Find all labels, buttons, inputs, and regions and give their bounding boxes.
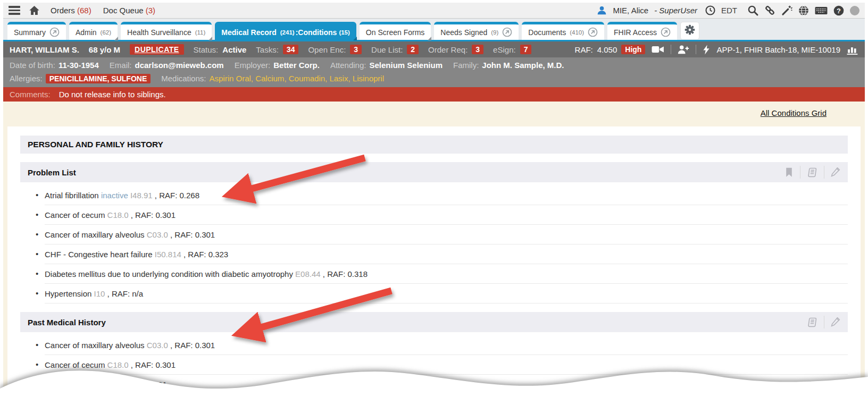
tab-on-screen-forms[interactable]: On Screen Forms	[360, 22, 431, 40]
stat-open-enc: Open Enc: 3	[308, 45, 362, 54]
past-medical-item: I25.2 , RAF: 0.221	[45, 375, 848, 394]
stat-due-list: Due List: 2	[371, 45, 419, 54]
employer-field: Employer:Better Corp.	[235, 61, 320, 70]
top-bar: Orders (68) Doc Queue (3) MIE, Alice - S…	[3, 3, 865, 19]
medication-link[interactable]: Lisinopril	[353, 74, 384, 83]
past-medical-item: Cancer of maxillary alveolus C03.0 , RAF…	[45, 335, 848, 355]
tab-summary[interactable]: Summary	[7, 22, 66, 40]
keyboard-icon[interactable]	[815, 6, 828, 15]
duplicate-badge[interactable]: DUPLICATE	[130, 44, 184, 55]
tab-admin[interactable]: Admin (62)	[69, 22, 118, 40]
tab-medical-record-conditions[interactable]: Medical Record (241):Conditions (15)	[215, 22, 356, 40]
presence-indicator[interactable]	[850, 6, 859, 15]
medication-link[interactable]: Aspirin Oral	[209, 74, 251, 83]
problem-item: Hypertension I10 , RAF: n/a	[45, 284, 848, 303]
all-conditions-grid-link[interactable]: All Conditions Grid	[761, 108, 827, 117]
open-new-window-icon[interactable]	[661, 27, 671, 37]
tasks-count-badge[interactable]: 34	[283, 45, 299, 54]
due-list-count-badge[interactable]: 2	[407, 45, 419, 54]
open-enc-count-badge[interactable]: 3	[350, 45, 362, 54]
family-field: Family:John M. Sample, M.D.	[453, 61, 564, 70]
esign-count-badge[interactable]: 7	[520, 45, 532, 54]
search-icon[interactable]	[747, 5, 758, 16]
medication-link[interactable]: Lasix	[329, 74, 348, 83]
medication-link[interactable]: Coumadin	[289, 74, 325, 83]
patient-banner: HART, WILLIAM S. 68 y/o M DUPLICATE Stat…	[3, 41, 865, 57]
edit-pencil-icon[interactable]	[831, 317, 840, 327]
medications-field: Medications: Aspirin Oral, Calcium, Coum…	[161, 74, 384, 83]
patient-status: Status: Active	[194, 45, 247, 54]
patient-banner-right: RAF: 4.050 High APP-1, FHIR Batch-18, MI…	[575, 45, 858, 55]
comments-text: Do not release info to siblings.	[59, 90, 166, 99]
tab-needs-signed[interactable]: Needs Signed (9)	[434, 22, 519, 40]
problem-item: Cancer of cecum C18.0 , RAF: 0.301	[45, 205, 848, 225]
home-icon[interactable]	[29, 5, 40, 15]
app-window: Orders (68) Doc Queue (3) MIE, Alice - S…	[0, 0, 868, 405]
top-nav: Orders (68) Doc Queue (3)	[51, 6, 155, 15]
tab-bar: Summary Admin (62) Health Surveillance (…	[3, 19, 865, 41]
section-problem-list: Problem List	[20, 162, 848, 182]
problem-item: Diabetes mellitus due to underlying cond…	[45, 264, 848, 284]
main-content: All Conditions Grid PERSONAL AND FAMILY …	[3, 102, 865, 402]
past-medical-item: Cancer of cecum C18.0 , RAF: 0.301	[45, 355, 848, 375]
allergies-badge[interactable]: PENICILLAMINE, SULFONE	[46, 74, 151, 83]
past-medical-list: Cancer of maxillary alveolus C03.0 , RAF…	[20, 335, 848, 394]
top-bar-right: MIE, Alice - SuperUser EDT	[597, 5, 859, 16]
raf-level-badge: High	[621, 45, 645, 54]
patient-age-sex: 68 y/o M	[89, 45, 120, 54]
section-past-medical-history: Past Medical History	[20, 312, 848, 332]
timezone-label: EDT	[721, 6, 737, 15]
stat-tasks: Tasks: 34	[256, 45, 298, 54]
open-new-window-icon[interactable]	[49, 27, 60, 37]
dob-field: Date of birth:11-30-1954	[10, 61, 99, 70]
journal-icon[interactable]	[807, 317, 817, 327]
user-avatar-icon[interactable]	[597, 5, 607, 15]
add-user-icon[interactable]	[678, 45, 689, 54]
user-role: - SuperUser	[654, 6, 697, 15]
problem-item: Atrial fibrillation inactive I48.91 , RA…	[45, 185, 848, 205]
link-icon[interactable]	[764, 5, 775, 16]
problem-item: Cancer of maxillary alveolus C03.0 , RAF…	[45, 225, 848, 244]
nav-doc-queue[interactable]: Doc Queue (3)	[103, 6, 155, 15]
doc-queue-count: (3)	[146, 6, 155, 15]
gears-icon	[685, 24, 695, 37]
comments-bar: Comments: Do not release info to sibling…	[3, 87, 865, 102]
open-new-window-icon[interactable]	[502, 27, 512, 37]
globe-icon[interactable]	[798, 5, 809, 16]
conditions-card: PERSONAL AND FAMILY HISTORY Problem List…	[7, 126, 861, 405]
patient-demographics: Date of birth:11-30-1954 Email:dcarlson@…	[3, 57, 865, 87]
wand-icon[interactable]	[781, 5, 792, 16]
tab-settings-button[interactable]	[680, 22, 699, 40]
stat-order-req: Order Req: 3	[428, 45, 483, 54]
medication-link[interactable]: Calcium	[255, 74, 284, 83]
app-context-label: APP-1, FHIR Batch-18, MIE-10019	[716, 45, 840, 54]
orders-count: (68)	[77, 6, 91, 15]
stat-esign: eSign: 7	[493, 45, 531, 54]
edit-pencil-icon[interactable]	[831, 167, 840, 177]
order-req-count-badge[interactable]: 3	[472, 45, 483, 54]
attending-field: Attending:Selenium Selenium	[330, 61, 443, 70]
problem-item: CHF - Congestive heart failure I50.814 ,…	[45, 244, 848, 264]
patient-name[interactable]: HART, WILLIAM S.	[10, 45, 79, 54]
video-camera-icon[interactable]	[652, 45, 664, 54]
clock-icon[interactable]	[705, 5, 715, 15]
user-name[interactable]: MIE, Alice	[613, 6, 648, 15]
condition-status-link[interactable]: inactive	[101, 191, 128, 200]
tab-fhir-access[interactable]: FHIR Access	[607, 22, 677, 40]
raf-score: RAF: 4.050 High	[575, 45, 646, 54]
tab-health-surveillance[interactable]: Health Surveillance (11)	[121, 22, 212, 40]
open-new-window-icon[interactable]	[588, 27, 598, 37]
tab-documents[interactable]: Documents (410)	[522, 22, 604, 40]
problem-list: Atrial fibrillation inactive I48.91 , RA…	[20, 185, 848, 303]
nav-orders[interactable]: Orders (68)	[51, 6, 91, 15]
allergies-field: Allergies: PENICILLAMINE, SULFONE	[10, 74, 151, 83]
journal-icon[interactable]	[807, 167, 817, 178]
email-field: Email:dcarlson@mieweb.com	[110, 61, 224, 70]
hamburger-menu-icon[interactable]	[9, 6, 20, 15]
section-personal-family-history: PERSONAL AND FAMILY HISTORY	[20, 136, 848, 154]
bookmark-icon[interactable]	[784, 167, 794, 178]
svg-text:?: ?	[837, 6, 841, 14]
flash-icon[interactable]	[703, 45, 710, 55]
help-icon[interactable]: ?	[833, 5, 844, 16]
chart-icon[interactable]	[847, 45, 858, 55]
